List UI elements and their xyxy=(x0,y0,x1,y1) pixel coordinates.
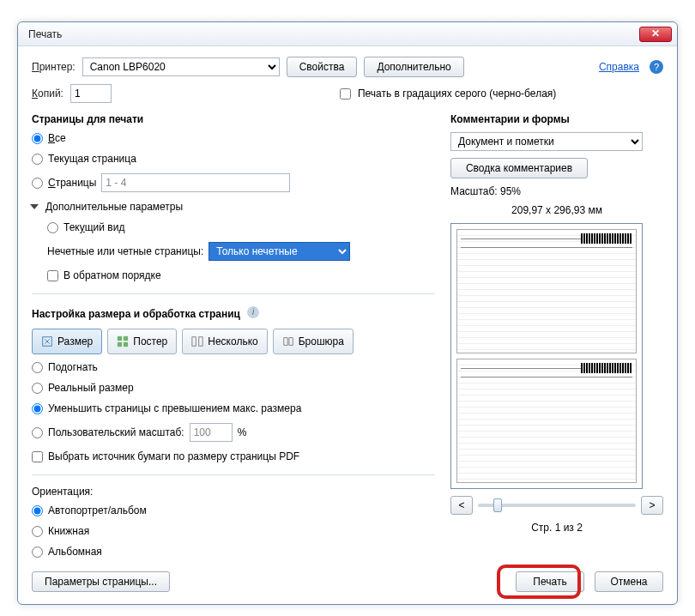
shrink-radio[interactable] xyxy=(32,403,43,414)
help-link[interactable]: Справка xyxy=(599,61,639,73)
pages-range-label: Страницы xyxy=(48,177,96,189)
size-icon xyxy=(41,335,53,347)
tab-multiple[interactable]: Несколько xyxy=(182,329,267,354)
pages-section-title: Страницы для печати xyxy=(32,113,435,125)
odd-even-select[interactable]: Только нечетные xyxy=(208,242,350,261)
svg-rect-3 xyxy=(118,342,122,347)
reverse-checkbox[interactable] xyxy=(47,270,58,281)
custom-scale-label: Пользовательский масштаб: xyxy=(48,426,184,438)
print-button[interactable]: Печать xyxy=(516,571,584,592)
pages-all-label: Все xyxy=(48,132,66,144)
page-setup-button[interactable]: Параметры страницы... xyxy=(32,571,170,592)
poster-icon xyxy=(117,335,129,347)
paper-source-checkbox[interactable] xyxy=(32,451,43,462)
sizing-title: Настройка размера и обработка страниц xyxy=(32,308,240,320)
more-options-toggle[interactable]: Дополнительные параметры xyxy=(32,199,435,214)
barcode-icon xyxy=(581,363,632,373)
comments-summary-button[interactable]: Сводка комментариев xyxy=(450,158,588,178)
paper-source-label: Выбрать источник бумаги по размеру стран… xyxy=(48,450,299,462)
sizing-tabs: Размер Постер Несколько Брошюра xyxy=(32,329,435,354)
advanced-button[interactable]: Дополнительно xyxy=(364,57,463,77)
copies-label: Копий: xyxy=(32,88,63,100)
orient-landscape-radio[interactable] xyxy=(32,547,43,558)
tab-poster[interactable]: Постер xyxy=(107,329,177,354)
close-button[interactable]: ✕ xyxy=(639,27,672,42)
pages-current-radio[interactable] xyxy=(32,154,43,165)
print-preview xyxy=(450,223,643,489)
grayscale-label: Печать в градациях серого (черно-белая) xyxy=(358,88,556,100)
preview-scale: Масштаб: 95% xyxy=(450,185,663,197)
pages-range-input[interactable] xyxy=(101,173,290,192)
titlebar: Печать ✕ xyxy=(18,22,677,46)
comments-title: Комментарии и формы xyxy=(450,113,663,125)
info-icon[interactable]: i xyxy=(247,306,259,318)
current-view-radio[interactable] xyxy=(47,222,58,233)
orient-auto-radio[interactable] xyxy=(32,505,43,516)
odd-even-label: Нечетные или четные страницы: xyxy=(47,245,203,257)
window-title: Печать xyxy=(28,28,639,40)
preview-dimensions: 209,97 x 296,93 мм xyxy=(450,204,663,216)
copies-input[interactable] xyxy=(70,84,112,103)
grayscale-checkbox[interactable] xyxy=(340,88,351,100)
multiple-icon xyxy=(191,335,203,347)
current-view-label: Текущий вид xyxy=(63,221,124,233)
shrink-label: Уменьшить страницы с превышением макс. р… xyxy=(48,402,301,414)
actual-radio[interactable] xyxy=(32,383,43,394)
slider-thumb[interactable] xyxy=(493,498,502,512)
properties-button[interactable]: Свойства xyxy=(287,57,358,77)
pages-all-radio[interactable] xyxy=(32,133,43,144)
printer-label: Принтер: xyxy=(32,61,76,73)
fit-radio[interactable] xyxy=(32,362,43,373)
barcode-icon xyxy=(581,233,632,244)
orient-portrait-radio[interactable] xyxy=(32,526,43,537)
orient-landscape-label: Альбомная xyxy=(48,546,102,558)
comments-select[interactable]: Документ и пометки xyxy=(450,132,643,151)
orient-portrait-label: Книжная xyxy=(48,525,89,537)
reverse-label: В обратном порядке xyxy=(63,269,161,281)
fit-label: Подогнать xyxy=(48,361,98,373)
svg-rect-1 xyxy=(118,336,122,341)
preview-next-button[interactable]: > xyxy=(641,496,663,515)
actual-label: Реальный размер xyxy=(48,382,134,394)
print-dialog: Печать ✕ Принтер: Canon LBP6020 Свойства… xyxy=(17,21,678,605)
pages-range-radio[interactable] xyxy=(32,178,43,189)
svg-rect-6 xyxy=(199,337,202,347)
preview-prev-button[interactable]: < xyxy=(450,496,473,515)
cancel-button[interactable]: Отмена xyxy=(595,571,663,592)
tab-size[interactable]: Размер xyxy=(32,329,102,354)
preview-page-2 xyxy=(456,359,637,483)
chevron-down-icon xyxy=(30,204,39,209)
preview-page-1 xyxy=(456,229,637,353)
help-icon[interactable]: ? xyxy=(650,60,663,74)
svg-rect-5 xyxy=(192,337,196,347)
orientation-title: Ориентация: xyxy=(32,486,435,498)
orient-auto-label: Автопортрет/альбом xyxy=(48,504,147,516)
printer-select[interactable]: Canon LBP6020 xyxy=(82,57,280,76)
preview-page-count: Стр. 1 из 2 xyxy=(450,522,663,534)
custom-scale-input[interactable] xyxy=(190,423,233,442)
tab-booklet[interactable]: Брошюра xyxy=(273,329,354,354)
svg-rect-4 xyxy=(124,342,128,347)
pages-current-label: Текущая страница xyxy=(48,153,136,165)
custom-scale-radio[interactable] xyxy=(32,427,43,438)
booklet-icon xyxy=(282,335,294,347)
preview-slider[interactable] xyxy=(478,504,636,507)
svg-rect-2 xyxy=(124,336,128,341)
